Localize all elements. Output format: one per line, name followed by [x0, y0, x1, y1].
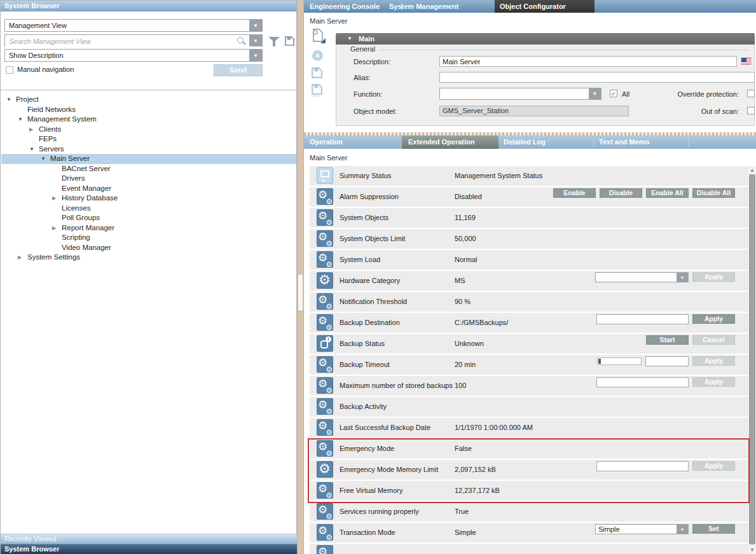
value-input[interactable]: [596, 377, 689, 387]
scrollbar-thumb[interactable]: [749, 174, 755, 544]
gears-icon[interactable]: ⚙⚙: [317, 293, 333, 310]
scroll-up-icon[interactable]: ▲: [748, 166, 756, 174]
expand-icon[interactable]: ▶: [18, 253, 27, 263]
collapse-icon[interactable]: ▼: [41, 154, 50, 164]
value-select[interactable]: ▼: [595, 272, 689, 282]
gears-icon[interactable]: ⚙⚙: [317, 188, 333, 205]
collapse-arrow-icon[interactable]: ▼: [347, 33, 352, 45]
splitter-handle[interactable]: [298, 275, 303, 310]
tree-item-video-manager[interactable]: Video Manager: [1, 243, 296, 253]
view-selector[interactable]: Management View ▼: [4, 19, 263, 32]
function-select[interactable]: ▼: [439, 88, 601, 100]
disable-button[interactable]: Disable: [600, 188, 642, 198]
gears-icon[interactable]: ⚙⚙: [317, 524, 333, 541]
tree-item-drivers[interactable]: Drivers: [1, 174, 296, 184]
tree-item-report-manager[interactable]: ▶Report Manager: [1, 223, 296, 233]
gears-icon[interactable]: ⚙⚙: [317, 503, 333, 520]
tree-item-main-server[interactable]: ▼Main Server: [1, 154, 296, 164]
chevron-down-icon[interactable]: ▼: [677, 525, 688, 534]
tree-item-bacnet-server[interactable]: BACnet Server: [1, 164, 296, 174]
scrollbar[interactable]: ▲ ▼: [748, 166, 756, 554]
database-alert-icon[interactable]: !: [317, 335, 333, 352]
tree-item-poll-groups[interactable]: Poll Groups: [1, 213, 296, 223]
chevron-down-icon[interactable]: ▼: [589, 88, 601, 99]
enable-all-button[interactable]: Enable All: [646, 188, 689, 198]
value-input[interactable]: [596, 461, 689, 471]
gears-icon[interactable]: ⚙⚙: [317, 482, 333, 499]
expand-icon[interactable]: ▶: [52, 193, 62, 204]
cancel-button[interactable]: Cancel: [692, 335, 735, 345]
apply-button[interactable]: Apply: [692, 377, 735, 387]
enable-button[interactable]: Enable: [553, 188, 596, 198]
save-all-icon[interactable]: [311, 83, 323, 97]
search-chevron-icon[interactable]: ▼: [249, 35, 262, 46]
apply-button[interactable]: Apply: [692, 314, 735, 324]
tab-object-configurator[interactable]: Object Configurator: [495, 0, 594, 13]
tab-text-and-memo[interactable]: Text and Memo: [599, 135, 649, 149]
gears-icon[interactable]: ⚙⚙: [317, 209, 333, 226]
chevron-down-icon[interactable]: ▼: [249, 20, 262, 31]
tab-extended-operation[interactable]: Extended Operation: [402, 135, 498, 149]
cancel-icon[interactable]: ✕: [312, 50, 323, 61]
tab-system-management[interactable]: System Management: [389, 0, 458, 13]
tab-operation[interactable]: Operation: [310, 135, 343, 149]
apply-button[interactable]: Apply: [692, 356, 735, 366]
recently-viewed-bar[interactable]: Recently Viewed: [1, 534, 298, 544]
gear-icon[interactable]: ⚙: [317, 461, 333, 478]
tree-item-system-settings[interactable]: ▶System Settings: [1, 253, 296, 263]
tree-item-servers[interactable]: ▼Servers: [1, 144, 296, 155]
value-input[interactable]: [596, 314, 689, 324]
start-button[interactable]: Start: [646, 335, 689, 345]
display-mode-selector[interactable]: Show Description ▼: [4, 49, 263, 62]
system-browser-bar[interactable]: System Browser: [1, 544, 298, 554]
gears-icon[interactable]: ⚙⚙: [317, 440, 333, 457]
save-icon[interactable]: [311, 67, 323, 79]
description-field[interactable]: [439, 56, 737, 67]
tree-item-event-manager[interactable]: Event Manager: [1, 184, 296, 194]
gears-icon[interactable]: ⚙⚙: [317, 398, 333, 415]
tree-item-clients[interactable]: ▶Clients: [1, 125, 296, 135]
tree-item-history-database[interactable]: ▶History Database: [1, 193, 296, 204]
chevron-down-icon[interactable]: ▼: [249, 50, 262, 61]
apply-button[interactable]: Apply: [692, 272, 735, 282]
send-button[interactable]: Send: [214, 64, 263, 76]
gears-icon[interactable]: ⚙⚙: [317, 377, 333, 394]
monitor-icon[interactable]: [317, 167, 333, 184]
all-checkbox[interactable]: [610, 90, 617, 97]
expand-icon[interactable]: ▶: [52, 223, 62, 233]
gears-icon[interactable]: ⚙⚙: [317, 230, 333, 247]
collapse-icon[interactable]: ▼: [29, 144, 39, 155]
gears-icon[interactable]: ⚙⚙: [317, 314, 333, 331]
collapse-icon[interactable]: ▼: [6, 95, 16, 105]
save-filter-icon[interactable]: [284, 36, 295, 46]
vertical-splitter[interactable]: [297, 0, 304, 554]
tab-engineering-console[interactable]: Engineering Console: [310, 0, 380, 13]
search-icon[interactable]: [237, 37, 245, 45]
override-protection-checkbox[interactable]: [747, 90, 755, 97]
collapse-icon[interactable]: ▼: [18, 114, 27, 125]
tab-detailed-log[interactable]: Detailed Log: [504, 135, 546, 149]
scroll-down-icon[interactable]: ▼: [748, 546, 756, 554]
alias-field[interactable]: [439, 72, 755, 83]
filter-icon[interactable]: [268, 37, 280, 47]
value-select[interactable]: Simple▼: [595, 524, 689, 534]
tree-item-management-system[interactable]: ▼Management System: [1, 114, 296, 125]
set-button[interactable]: Set: [692, 524, 735, 534]
gears-icon[interactable]: ⚙⚙: [317, 545, 333, 554]
expand-icon[interactable]: ▶: [29, 125, 39, 135]
tree-item-project[interactable]: ▼Project: [1, 95, 296, 105]
gears-icon[interactable]: ⚙⚙: [317, 419, 333, 436]
timeout-slider[interactable]: [597, 357, 642, 365]
tree-item-feps[interactable]: FEPs: [1, 134, 296, 144]
main-section-header[interactable]: ▼ Main: [336, 33, 755, 45]
gears-icon[interactable]: ⚙⚙: [317, 356, 333, 373]
disable-all-button[interactable]: Disable All: [692, 188, 735, 198]
manual-navigation-checkbox[interactable]: [6, 66, 13, 74]
chevron-down-icon[interactable]: ▼: [677, 273, 688, 282]
tree-item-field-networks[interactable]: Field Networks: [1, 105, 296, 115]
gear-icon[interactable]: ⚙: [317, 272, 333, 289]
apply-button[interactable]: Apply: [692, 461, 735, 471]
out-of-scan-checkbox[interactable]: [747, 107, 755, 114]
tree-item-scripting[interactable]: Scripting: [1, 233, 296, 243]
search-input[interactable]: [5, 36, 262, 47]
